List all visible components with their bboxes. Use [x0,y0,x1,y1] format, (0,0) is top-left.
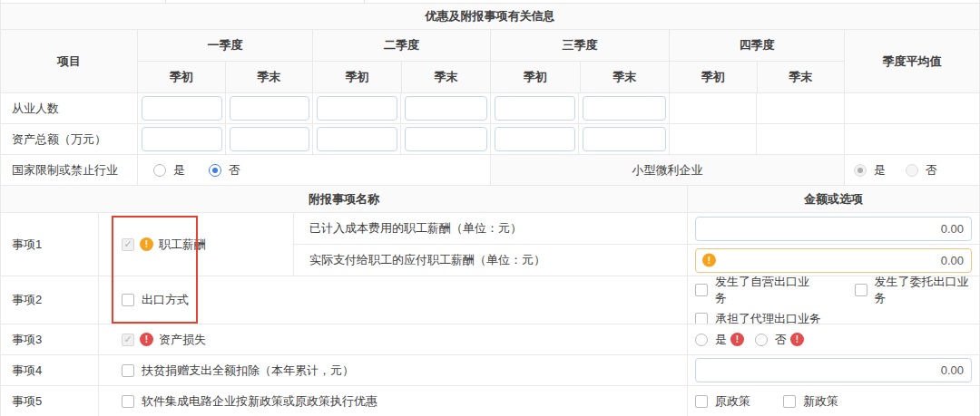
new-policy-checkbox[interactable] [783,395,796,408]
employees-q1-end-input[interactable] [230,96,309,121]
assets-q2-end-input[interactable] [405,127,487,151]
export-self-option[interactable]: 发生了自营出口业务 [695,276,820,306]
assets-q1-end-input[interactable] [230,127,309,151]
warning-icon: ! [730,333,744,346]
employees-q4-begin-cell [670,93,757,124]
cutoff-row-top [1,0,979,4]
column-header-quarter-average: 季度平均值 [845,30,979,93]
restricted-yes-radio[interactable] [153,164,166,177]
assets-q4-begin-cell [670,124,757,155]
column-header-item: 项目 [1,30,138,93]
assets-q2-begin-input[interactable] [317,127,397,151]
restricted-no-option[interactable]: 否 [209,162,240,179]
item2-export-method-checkbox[interactable] [122,294,134,306]
assets-q4-end-cell [757,124,845,155]
row-label-restricted-industry: 国家限制或禁止行业 [1,155,138,186]
subheader-q2-end: 季末 [402,62,491,93]
item1-cost-salary-input[interactable] [696,218,971,240]
warning-icon: ! [790,333,804,346]
employees-q3-end-input[interactable] [583,96,666,121]
old-policy-label: 原政策 [715,393,750,410]
restricted-no-radio[interactable] [209,164,221,177]
item4-label: 事项4 [1,355,99,386]
restricted-yes-label: 是 [173,162,185,179]
restricted-no-label: 否 [229,162,240,179]
export-entrusted-label: 发生了委托出口业务 [875,276,980,306]
item1-employee-compensation-checkbox[interactable] [122,238,134,251]
small-profit-label: 小型微利企业 [491,155,845,186]
column-header-q3: 三季度 [491,30,670,62]
export-self-checkbox[interactable] [695,284,708,296]
row-label-assets: 资产总额（万元） [1,124,138,155]
export-agency-option[interactable]: 承担了代理出口业务 [695,311,821,325]
assets-q3-end-input[interactable] [583,127,666,151]
subheader-q3-begin: 季初 [491,62,581,93]
employees-q2-end-input[interactable] [405,96,487,121]
item5-checkbox-label: 软件集成电路企业按新政策或原政策执行优惠 [142,393,377,410]
subheader-q1-end: 季末 [226,62,314,93]
column-header-q2: 二季度 [313,30,491,62]
item3-asset-loss-checkbox[interactable] [122,334,134,346]
assets-average-cell [845,124,979,155]
item1-checkbox-label: 职工薪酬 [159,237,206,253]
export-entrusted-option[interactable]: 发生了委托出口业务 [855,276,980,306]
employees-q3-begin-input[interactable] [495,96,575,121]
item3-yes-label: 是 [715,332,727,348]
small-profit-no-label: 否 [926,162,937,179]
subheader-q2-begin: 季初 [313,62,402,93]
item3-yes-radio[interactable] [695,334,708,346]
assets-q3-begin-input[interactable] [495,127,575,151]
employees-average-cell [845,93,979,124]
subheader-q4-end: 季末 [758,62,846,93]
item1-paid-salary-input[interactable] [696,249,971,272]
item3-checkbox-label: 资产损失 [159,332,206,348]
column-header-q1: 一季度 [138,30,313,62]
item3-no-label: 否 [775,332,787,348]
small-profit-yes-radio[interactable] [854,164,867,177]
item2-label: 事项2 [1,276,99,324]
section-title: 优惠及附报事项有关信息 [1,4,979,30]
appendix-amount-header: 金额或选项 [688,186,979,213]
small-profit-no-radio[interactable] [906,164,918,177]
appendix-name-header: 附报事项名称 [1,186,688,213]
tax-form-table: 优惠及附报事项有关信息 项目 一季度 季初 季末 二季度 季初 季末 三季度 季… [0,0,980,416]
old-policy-option[interactable]: 原政策 [695,393,750,410]
export-self-label: 发生了自营出口业务 [715,276,820,306]
employees-q4-end-cell [757,93,845,124]
subheader-q1-begin: 季初 [138,62,226,93]
item4-donation-input[interactable] [696,359,971,382]
subheader-q4-begin: 季初 [670,62,758,93]
item3-label: 事项3 [1,324,99,355]
column-header-q4: 四季度 [670,30,845,62]
employees-q1-begin-input[interactable] [142,96,222,121]
small-profit-no-option[interactable]: 否 [906,162,937,179]
assets-q1-begin-input[interactable] [142,127,222,151]
item4-donation-input-box [695,358,972,382]
item3-no-radio[interactable] [755,334,768,346]
item1-row2-description: 实际支付给职工的应付职工薪酬（单位：元） [294,245,688,276]
new-policy-option[interactable]: 新政策 [783,393,838,410]
row-label-employees: 从业人数 [1,93,138,124]
old-policy-checkbox[interactable] [695,395,708,408]
item4-checkbox-label: 扶贫捐赠支出全额扣除（本年累计，元） [142,363,354,379]
item3-yes-option[interactable]: 是 [695,332,727,348]
item5-label: 事项5 [1,386,99,416]
item3-no-option[interactable]: 否 [755,332,787,348]
export-entrusted-checkbox[interactable] [855,284,867,296]
export-agency-checkbox[interactable] [695,313,708,325]
divider [165,0,166,4]
item2-checkbox-label: 出口方式 [142,292,189,308]
subheader-q3-end: 季末 [581,62,671,93]
warning-icon: ! [702,254,716,267]
divider [364,0,365,4]
item5-software-policy-checkbox[interactable] [122,395,134,408]
item1-row1-description: 已计入成本费用的职工薪酬（单位：元） [294,213,688,245]
small-profit-yes-option[interactable]: 是 [854,162,886,179]
small-profit-yes-label: 是 [874,162,886,179]
restricted-yes-option[interactable]: 是 [153,162,185,179]
employees-q2-begin-input[interactable] [317,96,397,121]
item4-poverty-donation-checkbox[interactable] [122,364,134,377]
warning-icon: ! [140,333,153,346]
export-agency-label: 承担了代理出口业务 [715,311,821,325]
warning-icon: ! [140,237,153,251]
